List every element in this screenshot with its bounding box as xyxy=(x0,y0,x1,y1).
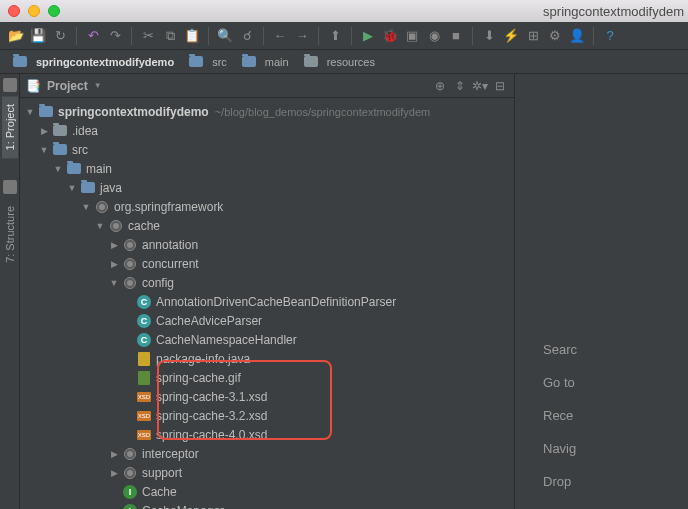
build-icon[interactable]: ⬆ xyxy=(325,26,345,46)
project-tree[interactable]: ▼ springcontextmodifydemo ~/blog/blog_de… xyxy=(20,98,514,509)
sdk-icon[interactable]: ⚙ xyxy=(545,26,565,46)
tree-node[interactable]: ▼cache xyxy=(20,216,514,235)
structure-tool-icon[interactable] xyxy=(3,180,17,194)
undo-icon[interactable]: ↶ xyxy=(83,26,103,46)
expand-arrow[interactable]: ▶ xyxy=(108,449,120,459)
traffic-lights xyxy=(8,5,60,17)
node-label: spring-cache.gif xyxy=(156,371,241,385)
panel-menu-icon[interactable]: 📑 xyxy=(26,79,41,93)
node-label: cache xyxy=(128,219,160,233)
structure-icon[interactable]: ⊞ xyxy=(523,26,543,46)
settings-icon[interactable]: ✲▾ xyxy=(472,78,488,94)
back-icon[interactable]: ← xyxy=(270,26,290,46)
editor-empty: Searc Go to Rece Navig Drop xyxy=(515,74,688,509)
find-icon[interactable]: 🔍 xyxy=(215,26,235,46)
profile-icon[interactable]: ◉ xyxy=(424,26,444,46)
node-label: concurrent xyxy=(142,257,199,271)
crumb-main[interactable]: main xyxy=(235,52,295,72)
run-icon[interactable]: ▶ xyxy=(358,26,378,46)
scroll-to-source-icon[interactable]: ⊕ xyxy=(432,78,448,94)
tree-node[interactable]: CCacheNamespaceHandler xyxy=(20,330,514,349)
expand-arrow[interactable]: ▼ xyxy=(24,107,36,117)
expand-arrow[interactable]: ▼ xyxy=(108,278,120,288)
replace-icon[interactable]: ☌ xyxy=(237,26,257,46)
project-tool-icon[interactable] xyxy=(3,78,17,92)
collapse-all-icon[interactable]: ⇕ xyxy=(452,78,468,94)
crumb-src[interactable]: src xyxy=(182,52,233,72)
expand-arrow[interactable]: ▼ xyxy=(52,164,64,174)
paste-icon[interactable]: 📋 xyxy=(182,26,202,46)
window-title: springcontextmodifydem xyxy=(543,4,684,19)
tree-node[interactable]: XSDspring-cache-3.2.xsd xyxy=(20,406,514,425)
tree-node[interactable]: ▶annotation xyxy=(20,235,514,254)
node-label: spring-cache-4.0.xsd xyxy=(156,428,267,442)
redo-icon[interactable]: ↷ xyxy=(105,26,125,46)
stop-icon[interactable]: ■ xyxy=(446,26,466,46)
expand-arrow[interactable]: ▼ xyxy=(94,221,106,231)
open-icon[interactable]: 📂 xyxy=(6,26,26,46)
coverage-icon[interactable]: ▣ xyxy=(402,26,422,46)
tree-node[interactable]: ▼org.springframework xyxy=(20,197,514,216)
tree-node[interactable]: ICache xyxy=(20,482,514,501)
help-icon[interactable]: ? xyxy=(600,26,620,46)
root-path: ~/blog/blog_demos/springcontextmodifydem xyxy=(215,106,431,118)
tree-node[interactable]: XSDspring-cache-3.1.xsd xyxy=(20,387,514,406)
cut-icon[interactable]: ✂ xyxy=(138,26,158,46)
expand-arrow[interactable]: ▶ xyxy=(38,126,50,136)
tree-node[interactable]: ICacheManager xyxy=(20,501,514,509)
vcs-icon[interactable]: ⬇ xyxy=(479,26,499,46)
minimize-window[interactable] xyxy=(28,5,40,17)
folder-icon xyxy=(52,123,68,139)
close-window[interactable] xyxy=(8,5,20,17)
folder-icon xyxy=(189,56,203,67)
tree-node[interactable]: ▼src xyxy=(20,140,514,159)
maximize-window[interactable] xyxy=(48,5,60,17)
tree-node[interactable]: spring-cache.gif xyxy=(20,368,514,387)
tree-node[interactable]: ▼java xyxy=(20,178,514,197)
tree-node[interactable]: ▶support xyxy=(20,463,514,482)
pkg-icon xyxy=(122,275,138,291)
user-icon[interactable]: 👤 xyxy=(567,26,587,46)
expand-arrow[interactable]: ▼ xyxy=(38,145,50,155)
tree-node[interactable]: ▶.idea xyxy=(20,121,514,140)
save-all-icon[interactable]: 💾 xyxy=(28,26,48,46)
crumb-resources[interactable]: resources xyxy=(297,52,381,72)
class-c-icon: C xyxy=(136,294,152,310)
update-icon[interactable]: ⚡ xyxy=(501,26,521,46)
crumb-label: resources xyxy=(327,56,375,68)
node-label: src xyxy=(72,143,88,157)
tree-node[interactable]: ▶concurrent xyxy=(20,254,514,273)
copy-icon[interactable]: ⧉ xyxy=(160,26,180,46)
java-icon xyxy=(136,351,152,367)
tree-node[interactable]: XSDspring-cache-4.0.xsd xyxy=(20,425,514,444)
folder-blue-icon xyxy=(52,142,68,158)
empty-hint: Drop xyxy=(523,474,571,489)
expand-arrow[interactable]: ▶ xyxy=(108,259,120,269)
left-tool-strip: 1: Project 7: Structure xyxy=(0,74,20,509)
tree-node[interactable]: ▼config xyxy=(20,273,514,292)
chevron-down-icon[interactable]: ▼ xyxy=(94,81,102,90)
hide-icon[interactable]: ⊟ xyxy=(492,78,508,94)
forward-icon[interactable]: → xyxy=(292,26,312,46)
expand-arrow[interactable]: ▼ xyxy=(66,183,78,193)
pkg-icon xyxy=(122,256,138,272)
expand-arrow[interactable]: ▶ xyxy=(108,468,120,478)
debug-icon[interactable]: 🐞 xyxy=(380,26,400,46)
tree-node[interactable]: ▼main xyxy=(20,159,514,178)
tree-root[interactable]: ▼ springcontextmodifydemo ~/blog/blog_de… xyxy=(20,102,514,121)
folder-icon xyxy=(242,56,256,67)
sidetab-project[interactable]: 1: Project xyxy=(2,96,18,158)
crumb-project[interactable]: springcontextmodifydemo xyxy=(6,52,180,72)
tree-node[interactable]: package-info.java xyxy=(20,349,514,368)
xsd-icon: XSD xyxy=(136,389,152,405)
tree-node[interactable]: CCacheAdviceParser xyxy=(20,311,514,330)
expand-arrow[interactable]: ▼ xyxy=(80,202,92,212)
node-label: package-info.java xyxy=(156,352,250,366)
tree-node[interactable]: ▶interceptor xyxy=(20,444,514,463)
xsd-icon: XSD xyxy=(136,408,152,424)
sync-icon[interactable]: ↻ xyxy=(50,26,70,46)
node-label: AnnotationDrivenCacheBeanDefinitionParse… xyxy=(156,295,396,309)
tree-node[interactable]: CAnnotationDrivenCacheBeanDefinitionPars… xyxy=(20,292,514,311)
expand-arrow[interactable]: ▶ xyxy=(108,240,120,250)
sidetab-structure[interactable]: 7: Structure xyxy=(2,198,18,271)
